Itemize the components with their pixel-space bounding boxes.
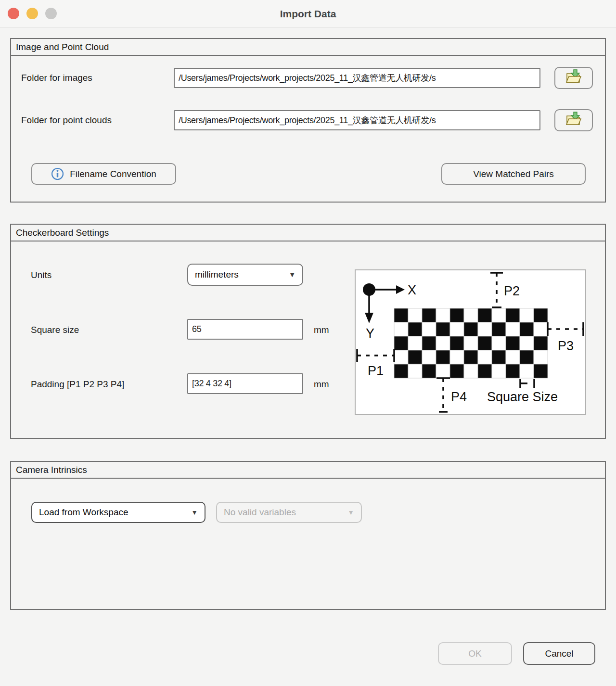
cancel-button[interactable]: Cancel [523, 642, 595, 665]
info-icon [51, 167, 64, 180]
browse-images-button[interactable] [554, 67, 593, 89]
camera-intrinsics-group: Camera Intrinsics Load from Workspace ▼ … [10, 461, 606, 610]
units-dropdown[interactable]: millimeters ▼ [187, 264, 303, 286]
units-dropdown-value: millimeters [195, 269, 239, 280]
square-size-input[interactable] [187, 319, 303, 340]
square-size-unit: mm [314, 325, 329, 335]
square-size-bracket [520, 379, 534, 388]
p3-label: P3 [558, 339, 574, 353]
padding-label: Padding [P1 P2 P3 P4] [31, 379, 124, 390]
units-label: Units [31, 270, 51, 280]
chevron-down-icon: ▼ [347, 508, 354, 516]
folder-import-icon [565, 111, 583, 129]
padding-unit: mm [314, 379, 329, 390]
folder-import-icon [565, 69, 583, 87]
view-matched-pairs-button[interactable]: View Matched Pairs [441, 163, 586, 185]
intrinsics-variables-dropdown: No valid variables ▼ [216, 502, 362, 523]
checkerboard-settings-group: Checkerboard Settings Units millimeters … [10, 224, 606, 439]
ok-button: OK [438, 642, 512, 665]
ok-button-label: OK [468, 648, 481, 659]
title-bar: Import Data [0, 0, 616, 27]
square-size-label: Square size [31, 325, 79, 335]
p4-label: P4 [451, 390, 467, 404]
image-point-cloud-group-title: Image and Point Cloud [11, 39, 605, 56]
folder-images-input[interactable] [174, 68, 540, 88]
intrinsics-variables-value: No valid variables [224, 507, 296, 518]
camera-intrinsics-group-title: Camera Intrinsics [11, 462, 605, 479]
p2-dimension-line [490, 273, 503, 307]
checkerboard-pattern [394, 308, 548, 378]
filename-convention-button[interactable]: Filename Convention [31, 163, 176, 185]
axis-x-label: X [408, 283, 416, 297]
browse-point-clouds-button[interactable] [554, 109, 593, 131]
p1-label: P1 [368, 364, 384, 378]
intrinsics-source-value: Load from Workspace [39, 507, 128, 518]
folder-images-label: Folder for images [21, 73, 92, 83]
intrinsics-source-dropdown[interactable]: Load from Workspace ▼ [31, 502, 205, 523]
view-matched-pairs-label: View Matched Pairs [473, 169, 554, 179]
window-title: Import Data [0, 0, 616, 27]
square-size-caption: Square Size [487, 390, 558, 404]
chevron-down-icon: ▼ [289, 271, 295, 279]
padding-input[interactable] [187, 373, 303, 394]
p3-dimension-line [548, 322, 583, 336]
p2-label: P2 [504, 284, 520, 298]
folder-point-clouds-input[interactable] [174, 110, 540, 130]
cancel-button-label: Cancel [545, 648, 573, 659]
axis-y-label: Y [366, 326, 374, 341]
checkerboard-settings-group-title: Checkerboard Settings [11, 225, 605, 241]
chevron-down-icon: ▼ [191, 508, 198, 516]
folder-point-clouds-label: Folder for point clouds [21, 115, 112, 126]
p4-dimension-line [436, 378, 450, 412]
filename-convention-label: Filename Convention [70, 169, 156, 179]
checkerboard-diagram: X Y P2 P3 P1 [355, 269, 586, 415]
p1-dimension-line [357, 349, 394, 362]
image-point-cloud-group: Image and Point Cloud Folder for images … [10, 38, 606, 203]
